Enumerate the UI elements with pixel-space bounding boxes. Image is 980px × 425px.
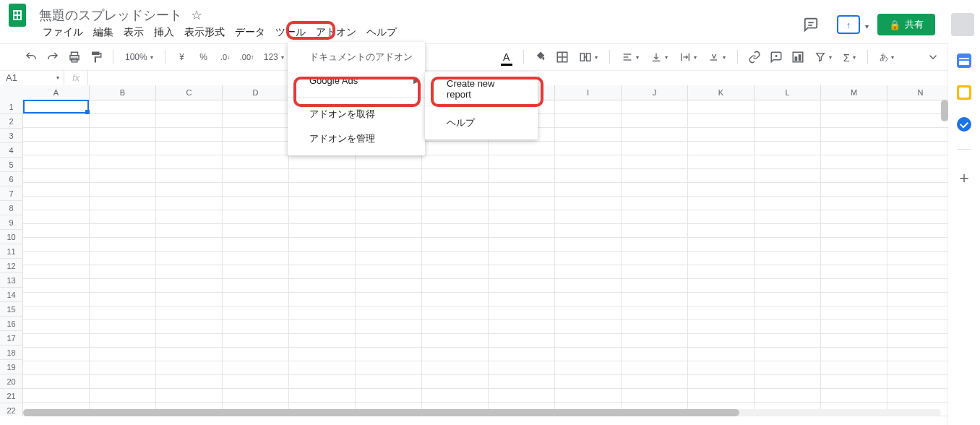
menu-file[interactable]: ファイル <box>38 25 88 40</box>
cell[interactable] <box>289 168 356 183</box>
cell[interactable] <box>356 168 422 183</box>
cell[interactable] <box>156 237 223 252</box>
cell[interactable] <box>23 196 90 210</box>
cell[interactable] <box>90 182 156 197</box>
cell[interactable] <box>489 196 555 210</box>
cell[interactable] <box>289 306 356 320</box>
cell[interactable] <box>555 196 622 210</box>
cell[interactable] <box>156 251 223 265</box>
cell[interactable] <box>289 265 356 279</box>
cell[interactable] <box>688 388 755 403</box>
cell[interactable] <box>755 100 821 114</box>
cell[interactable] <box>755 265 821 279</box>
cell[interactable] <box>755 347 821 361</box>
cell[interactable] <box>755 319 821 334</box>
cell[interactable] <box>156 196 223 210</box>
cell[interactable] <box>821 210 887 224</box>
cell[interactable] <box>555 168 622 183</box>
cell[interactable] <box>555 265 622 279</box>
cell[interactable] <box>622 361 688 375</box>
menu-format[interactable]: 表示形式 <box>179 25 230 40</box>
cell[interactable] <box>821 141 887 155</box>
cell[interactable] <box>223 168 289 183</box>
cell[interactable] <box>755 223 821 238</box>
cell[interactable] <box>356 333 422 348</box>
cell[interactable] <box>422 292 489 306</box>
cell[interactable] <box>90 388 156 403</box>
cell[interactable] <box>622 237 688 252</box>
menu-view[interactable]: 表示 <box>119 25 149 40</box>
cell[interactable] <box>223 292 289 306</box>
cell[interactable] <box>156 141 223 155</box>
row-header[interactable]: 4 <box>0 143 23 158</box>
cell[interactable] <box>489 319 555 334</box>
cell[interactable] <box>422 141 489 155</box>
cell[interactable] <box>356 278 422 293</box>
row-header[interactable]: 10 <box>0 230 23 244</box>
cell[interactable] <box>422 374 489 389</box>
cell[interactable] <box>90 237 156 252</box>
row-header[interactable]: 20 <box>0 374 23 389</box>
cell[interactable] <box>489 292 555 306</box>
vertical-scrollbar[interactable] <box>941 100 948 411</box>
cell[interactable] <box>422 196 489 210</box>
avatar[interactable] <box>951 13 974 36</box>
cell[interactable] <box>422 319 489 334</box>
cell[interactable] <box>887 168 948 183</box>
cell[interactable] <box>555 127 622 142</box>
cell[interactable] <box>156 182 223 197</box>
cell[interactable] <box>289 319 356 334</box>
cell[interactable] <box>489 210 555 224</box>
comments-icon[interactable] <box>802 16 820 33</box>
cell[interactable] <box>90 306 156 320</box>
cell[interactable] <box>555 182 622 197</box>
cell[interactable] <box>821 278 887 293</box>
cell[interactable] <box>555 388 622 403</box>
cell[interactable] <box>622 265 688 279</box>
cell[interactable] <box>223 100 289 114</box>
borders-icon[interactable] <box>553 48 572 66</box>
cell[interactable] <box>156 265 223 279</box>
column-header[interactable]: B <box>90 85 156 100</box>
filter-icon[interactable]: ▾ <box>810 51 836 63</box>
cell[interactable] <box>90 155 156 169</box>
cell[interactable] <box>489 374 555 389</box>
cell[interactable] <box>489 141 555 155</box>
cell[interactable] <box>555 251 622 265</box>
cell[interactable] <box>156 374 223 389</box>
cell[interactable] <box>688 141 755 155</box>
cell[interactable] <box>356 319 422 334</box>
merge-cells-icon[interactable]: ▾ <box>575 51 602 64</box>
cell[interactable] <box>622 223 688 238</box>
decrease-decimal-icon[interactable]: .0↓ <box>216 48 235 66</box>
cell[interactable] <box>356 347 422 361</box>
cell[interactable] <box>821 113 887 128</box>
cell[interactable] <box>23 155 90 169</box>
cell[interactable] <box>422 306 489 320</box>
cell[interactable] <box>90 100 156 114</box>
tasks-icon[interactable] <box>957 117 971 132</box>
cell[interactable] <box>688 251 755 265</box>
cell[interactable] <box>887 155 948 169</box>
cell[interactable] <box>755 361 821 375</box>
cell[interactable] <box>223 127 289 142</box>
cell[interactable] <box>289 155 356 169</box>
cell[interactable] <box>688 347 755 361</box>
cell[interactable] <box>688 223 755 238</box>
cell[interactable] <box>156 388 223 403</box>
cell[interactable] <box>821 237 887 252</box>
addons-menu-google-ads[interactable]: Google Ads ▶ <box>288 68 425 93</box>
cell[interactable] <box>289 196 356 210</box>
cell[interactable] <box>356 374 422 389</box>
cell[interactable] <box>887 210 948 224</box>
cell[interactable] <box>156 361 223 375</box>
cell[interactable] <box>356 265 422 279</box>
zoom-select[interactable]: 100%▾ <box>121 52 158 62</box>
cell[interactable] <box>489 155 555 169</box>
cell[interactable] <box>887 306 948 320</box>
column-header[interactable]: A <box>23 85 90 100</box>
cell[interactable] <box>289 374 356 389</box>
column-header[interactable]: D <box>223 85 289 100</box>
cell[interactable] <box>755 182 821 197</box>
cell[interactable] <box>555 333 622 348</box>
